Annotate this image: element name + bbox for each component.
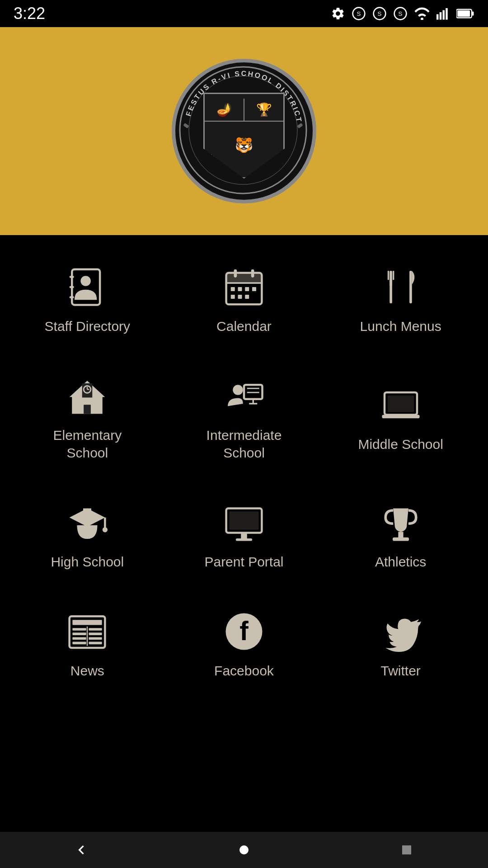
svg-rect-78 xyxy=(89,632,102,635)
news-icon xyxy=(65,611,110,652)
menu-item-athletics[interactable]: Athletics xyxy=(322,484,479,593)
logo-inner: FESTUS R-VI SCHOOL DISTRICT REORGANIZED … xyxy=(175,62,313,200)
middle-school-icon xyxy=(378,385,423,425)
svg-rect-51 xyxy=(84,405,91,414)
athletics-label: Athletics xyxy=(375,553,426,571)
high-school-label: High School xyxy=(51,553,124,571)
lunch-menus-label: Lunch Menus xyxy=(360,317,441,335)
facebook-icon: f xyxy=(221,611,267,652)
svg-rect-6 xyxy=(436,14,439,20)
svg-rect-37 xyxy=(231,295,235,299)
recents-square-icon xyxy=(402,845,411,854)
svg-rect-62 xyxy=(83,509,91,511)
header-area: FESTUS R-VI SCHOOL DISTRICT REORGANIZED … xyxy=(0,27,488,235)
svg-point-64 xyxy=(103,527,108,532)
menu-item-facebook[interactable]: f Facebook xyxy=(166,593,323,702)
menu-item-staff-directory[interactable]: Staff Directory xyxy=(9,249,166,358)
svg-point-52 xyxy=(233,385,243,395)
svg-rect-34 xyxy=(238,287,242,291)
svg-rect-43 xyxy=(389,280,392,303)
nav-back-button[interactable] xyxy=(68,836,95,863)
home-dot-icon xyxy=(239,845,249,854)
app-icon-2: S xyxy=(372,6,387,21)
svg-rect-29 xyxy=(226,273,262,283)
svg-rect-12 xyxy=(457,10,470,17)
svg-point-24 xyxy=(81,276,91,286)
app-icon-3: S xyxy=(393,6,408,21)
gear-icon xyxy=(331,6,345,21)
svg-rect-39 xyxy=(245,295,249,299)
status-time: 3:22 xyxy=(14,4,45,23)
intermediate-school-icon xyxy=(221,376,267,416)
svg-rect-31 xyxy=(234,269,237,278)
svg-rect-7 xyxy=(440,12,442,20)
svg-rect-74 xyxy=(73,632,86,635)
staff-directory-icon xyxy=(65,267,110,307)
svg-rect-79 xyxy=(89,637,102,640)
svg-rect-76 xyxy=(73,642,86,645)
menu-item-middle-school[interactable]: Middle School xyxy=(322,358,479,484)
svg-rect-60 xyxy=(382,415,419,418)
menu-item-news[interactable]: News xyxy=(9,593,166,702)
svg-text:S: S xyxy=(378,10,382,17)
parent-portal-icon xyxy=(221,502,267,543)
staff-directory-label: Staff Directory xyxy=(45,317,131,335)
svg-rect-67 xyxy=(241,533,247,539)
svg-rect-27 xyxy=(70,296,74,298)
news-label: News xyxy=(70,662,104,679)
svg-rect-75 xyxy=(73,637,86,640)
calendar-label: Calendar xyxy=(216,317,272,335)
parent-portal-label: Parent Portal xyxy=(204,553,283,571)
svg-rect-80 xyxy=(89,642,102,645)
svg-rect-32 xyxy=(251,269,254,278)
athletics-icon xyxy=(378,502,423,543)
svg-rect-33 xyxy=(231,287,235,291)
menu-item-twitter[interactable]: Twitter xyxy=(322,593,479,702)
school-logo: FESTUS R-VI SCHOOL DISTRICT REORGANIZED … xyxy=(172,59,316,203)
app-icon-1: S xyxy=(352,6,366,21)
signal-icon xyxy=(436,7,450,20)
twitter-label: Twitter xyxy=(380,662,420,679)
menu-item-high-school[interactable]: High School xyxy=(9,484,166,593)
svg-rect-73 xyxy=(73,628,86,631)
svg-rect-9 xyxy=(446,8,448,20)
svg-rect-26 xyxy=(70,286,74,288)
calendar-icon xyxy=(221,267,267,307)
svg-rect-36 xyxy=(252,287,256,291)
elementary-school-icon xyxy=(65,376,110,416)
svg-rect-11 xyxy=(472,11,474,15)
svg-rect-8 xyxy=(443,10,445,20)
svg-rect-44 xyxy=(409,271,412,303)
svg-text:f: f xyxy=(239,616,249,646)
svg-rect-25 xyxy=(70,276,74,278)
menu-item-intermediate-school[interactable]: Intermediate School xyxy=(166,358,323,484)
intermediate-school-label: Intermediate School xyxy=(206,426,282,462)
facebook-label: Facebook xyxy=(214,662,274,679)
middle-school-label: Middle School xyxy=(358,435,443,453)
lunch-menus-icon xyxy=(378,267,423,307)
wifi-icon xyxy=(414,7,430,20)
svg-rect-70 xyxy=(393,538,409,541)
menu-item-parent-portal[interactable]: Parent Portal xyxy=(166,484,323,593)
bottom-nav xyxy=(0,832,488,868)
svg-rect-35 xyxy=(245,287,249,291)
back-arrow-icon xyxy=(72,841,90,859)
menu-item-calendar[interactable]: Calendar xyxy=(166,249,323,358)
twitter-icon xyxy=(378,611,423,652)
svg-marker-61 xyxy=(70,509,105,527)
menu-item-elementary-school[interactable]: Elementary School xyxy=(9,358,166,484)
svg-rect-42 xyxy=(393,271,394,280)
svg-text:S: S xyxy=(399,10,403,17)
svg-rect-72 xyxy=(73,620,102,625)
svg-rect-69 xyxy=(398,532,403,538)
nav-recents-button[interactable] xyxy=(393,836,420,863)
menu-item-lunch-menus[interactable]: Lunch Menus xyxy=(322,249,479,358)
svg-rect-66 xyxy=(229,511,258,530)
high-school-icon xyxy=(65,502,110,543)
svg-rect-41 xyxy=(387,271,389,280)
svg-rect-77 xyxy=(89,628,102,631)
elementary-school-label: Elementary School xyxy=(53,426,122,462)
status-icons: S S S xyxy=(331,6,474,21)
nav-home-button[interactable] xyxy=(230,836,258,863)
svg-rect-59 xyxy=(387,395,414,412)
